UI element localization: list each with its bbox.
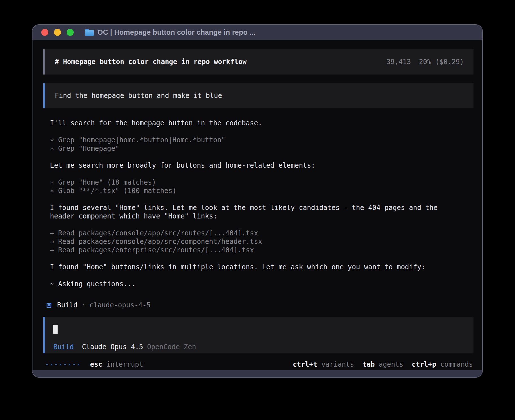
session-header: # Homepage button color change in repo w… [43, 49, 473, 75]
shortcut-label: variants [317, 360, 354, 368]
prompt-input[interactable]: Build Claude Opus 4.5 OpenCode Zen [43, 317, 473, 353]
spinner-dots [46, 364, 79, 365]
assistant-text-block: Let me search more broadly for buttons a… [50, 161, 473, 170]
agent-status-line: Build · claude-opus-4-5 [43, 301, 473, 309]
shortcut-label: commands [436, 360, 473, 368]
spinner-dot [64, 364, 66, 365]
window-title: OC | Homepage button color change in rep… [97, 28, 256, 36]
tool-call-line: → Read packages/enterprise/src/routes/[.… [50, 246, 473, 254]
terminal-content: # Homepage button color change in repo w… [32, 40, 482, 370]
assistant-text-block: I found "Home" buttons/links in multiple… [50, 263, 473, 271]
tool-call-block: ∗ Grep "homepage|home.*button|Home.*butt… [50, 136, 473, 153]
assistant-text-block: I found several "Home" links. Let me loo… [50, 204, 473, 220]
status-bar-left: esc interrupt [46, 360, 143, 369]
spinner-dot [46, 364, 48, 365]
status-bar: esc interrupt ctrl+t variantstab agentsc… [43, 360, 473, 369]
zoom-button[interactable] [67, 29, 74, 36]
spinner-dot [69, 364, 70, 365]
traffic-lights [41, 29, 74, 36]
spinner-dot [51, 364, 52, 365]
tool-call-line: ∗ Grep "homepage|home.*button|Home.*butt… [50, 136, 473, 144]
assistant-text-line: I found several "Home" links. Let me loo… [50, 204, 473, 212]
tool-call-block: → Read packages/console/app/src/routes/[… [50, 229, 473, 254]
esc-label: interrupt [102, 360, 143, 368]
model-line: Build Claude Opus 4.5 OpenCode Zen [53, 343, 464, 351]
session-stats: 39,413 20% ($0.29) [386, 58, 464, 66]
minimize-button[interactable] [54, 29, 61, 36]
assistant-text-line: ~ Asking questions... [50, 280, 473, 288]
assistant-text-line: header component which have "Home" links… [50, 212, 473, 220]
tool-call-line: ∗ Grep "Home" (18 matches) [50, 178, 473, 187]
input-agent-label: Build [53, 343, 74, 351]
assistant-text-block: ~ Asking questions... [50, 280, 473, 288]
shortcut-key: tab [363, 360, 375, 368]
assistant-text-block: I'll search for the homepage button in t… [50, 119, 473, 127]
tool-call-line: ∗ Grep "Homepage" [50, 144, 473, 153]
shortcut-agents[interactable]: tab agents [363, 360, 403, 369]
user-message-text: Find the homepage button and make it blu… [55, 91, 464, 100]
shortcut-key: ctrl+t [293, 360, 317, 368]
terminal-window: OC | Homepage button color change in rep… [32, 24, 483, 378]
tool-call-line: ∗ Glob "**/*.tsx" (100 matches) [50, 187, 473, 195]
tool-call-line: → Read packages/console/app/src/componen… [50, 237, 473, 246]
window-bottom-edge [32, 370, 482, 377]
shortcut-variants[interactable]: ctrl+t variants [293, 360, 354, 369]
folder-icon [85, 29, 94, 36]
spinner-dot [60, 364, 61, 365]
session-title: # Homepage button color change in repo w… [55, 58, 246, 66]
input-model-label: Claude Opus 4.5 [82, 343, 143, 351]
spinner-dot [55, 364, 57, 365]
assistant-messages: I'll search for the homepage button in t… [43, 108, 473, 288]
agent-name: Build [57, 301, 77, 309]
window-titlebar[interactable]: OC | Homepage button color change in rep… [32, 25, 482, 40]
shortcut-commands[interactable]: ctrl+p commands [412, 360, 473, 369]
esc-key: esc [90, 360, 102, 368]
agent-separator: · [81, 301, 85, 309]
spinner-dot [73, 364, 75, 365]
tool-call-block: ∗ Grep "Home" (18 matches)∗ Glob "**/*.t… [50, 178, 473, 195]
agent-build-icon [47, 303, 51, 308]
spinner-dot [78, 364, 79, 365]
text-cursor [53, 325, 58, 334]
assistant-text-line: I found "Home" buttons/links in multiple… [50, 263, 473, 271]
input-provider-label: OpenCode Zen [147, 343, 196, 351]
shortcut-label: agents [375, 360, 403, 368]
tool-call-line: → Read packages/console/app/src/routes/[… [50, 229, 473, 237]
titlebar-title-group: OC | Homepage button color change in rep… [85, 28, 256, 36]
status-bar-shortcuts: ctrl+t variantstab agentsctrl+p commands [293, 360, 473, 369]
agent-model: claude-opus-4-5 [90, 301, 151, 309]
close-button[interactable] [41, 29, 48, 36]
user-message: Find the homepage button and make it blu… [43, 83, 473, 108]
assistant-text-line: I'll search for the homepage button in t… [50, 119, 473, 127]
assistant-text-line: Let me search more broadly for buttons a… [50, 161, 473, 170]
shortcut-key: ctrl+p [412, 360, 436, 368]
esc-shortcut[interactable]: esc interrupt [90, 360, 143, 369]
